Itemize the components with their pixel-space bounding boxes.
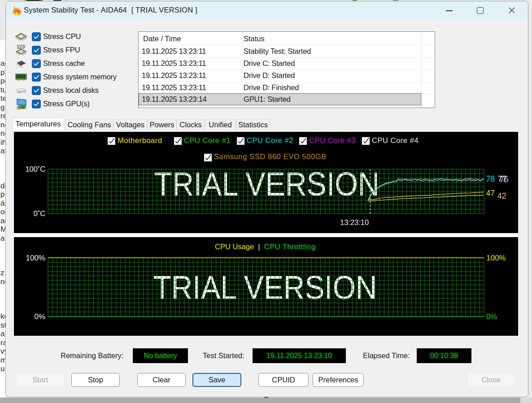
svg-text:123: 123 [17, 44, 25, 49]
svg-text:TRIAL VERSION: TRIAL VERSION [154, 165, 379, 203]
